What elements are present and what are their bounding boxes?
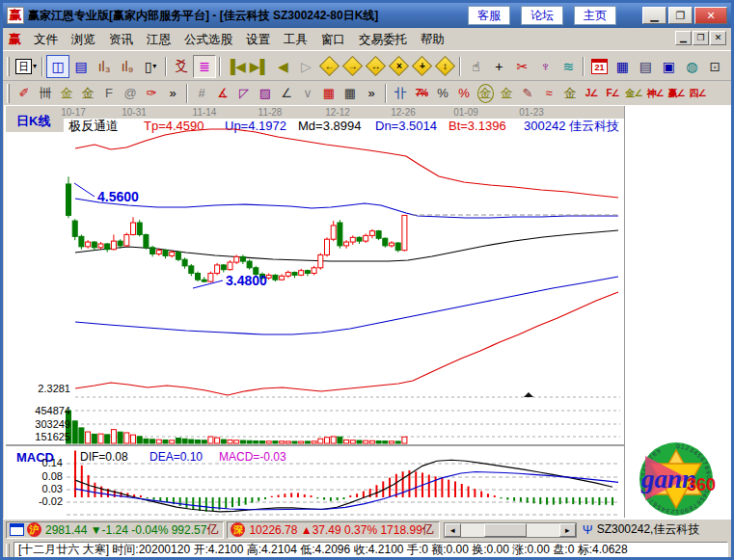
scroll-right-button[interactable]: ▸ [559,523,576,537]
grid-red-button[interactable]: ▦ [318,83,340,103]
minute-9-chart-button[interactable]: ıl₉ [116,55,139,78]
quote-list-button[interactable]: ▤ [69,55,93,78]
j-angle-button[interactable]: J∠ [581,83,602,103]
no-7pct-button[interactable]: 7% [411,83,432,103]
diamond-plus-button[interactable]: + [410,55,433,78]
grid-black-button[interactable]: ▦ [340,83,361,103]
trellis-button[interactable]: 卌 [35,83,56,103]
calendar-button[interactable]: 21 [587,55,611,78]
gold-gate2-button[interactable]: 金 [77,83,98,103]
notepad-button[interactable]: ▤ [634,55,657,78]
minute-3-chart-button[interactable]: ıl₃ [93,55,116,78]
shen-angle-button[interactable]: 神∠ [644,83,666,103]
menu-item-3[interactable]: 资讯 [102,30,140,49]
gann-fan-button[interactable]: ∡ [212,83,233,103]
measure-tool-button[interactable]: ✂ [510,55,533,78]
logo-text-360: 360 [687,475,716,494]
ying-angle-button[interactable]: 赢∠ [666,83,687,103]
calendar-icon[interactable] [10,523,24,536]
box-tool-button[interactable]: # [191,83,212,103]
crosshair-tool-button[interactable]: + [487,55,510,78]
gold-bold-icon: 金 [564,85,577,102]
fund-flow-button[interactable]: 爻 [170,55,193,78]
percent-button[interactable]: % [432,83,453,103]
menu-item-9[interactable]: 交易委托 [352,30,414,49]
close-button[interactable]: ✕ [694,7,727,24]
next-page-button[interactable]: ▷ [294,55,317,78]
fan-box2-button[interactable]: ▨ [255,83,276,103]
diamond-right-button[interactable]: → [340,55,364,78]
last-page-button[interactable]: ▶▌ [248,55,272,78]
save-button[interactable]: ▣ [657,55,680,78]
gold-gate1-button[interactable]: 金 [56,83,77,103]
diamond-left-button[interactable]: ← [317,55,340,78]
toolbar-grip[interactable] [7,84,10,103]
percent-lines-button[interactable]: % [453,83,475,103]
horizontal-scrollbar[interactable]: ◂ ▸ [444,522,577,538]
compare-bars-button[interactable]: 卝 [390,83,411,103]
fan-box1-button[interactable]: ◸ [233,83,255,103]
menu-item-8[interactable]: 窗口 [314,30,352,49]
trend-window-button[interactable]: ◫ [46,55,69,78]
main-toolbar: 日▾◫▤ıl₃ıl₉▯▾爻≣▐◀▶▌◀▷←→↔×+↕☝+✂♆≋21▦▤▣◍⊡ [3,52,731,80]
waves-button[interactable]: ≈ [538,83,559,103]
web-button[interactable]: ◍ [680,55,703,78]
svg-text:12-12: 12-12 [325,107,350,118]
f-angle-button[interactable]: F∠ [602,83,623,103]
menu-item-7[interactable]: 工具 [277,30,314,49]
gold-angle-button[interactable]: 金∠ [623,83,644,103]
diamond-vert-button[interactable]: ↕ [433,55,456,78]
v-tool-button[interactable]: ∨ [297,83,318,103]
gann-tool-button[interactable]: ♆ [533,55,557,78]
macd-tick-4: -0.02 [39,495,63,507]
kline-type-button[interactable]: 日▾ [14,55,39,78]
more-tools2-button[interactable]: » [361,83,382,103]
menu-item-2[interactable]: 浏览 [65,30,102,49]
scrollbar-thumb[interactable] [484,523,527,537]
menu-item-5[interactable]: 公式选股 [177,30,239,49]
menu-item-1[interactable]: 文件 [27,30,65,49]
gann-fan-icon: ∡ [217,86,229,100]
menu-item-6[interactable]: 设置 [239,30,277,49]
infobar-grip[interactable] [6,544,10,557]
menu-item-4[interactable]: 江恩 [140,30,177,49]
gold-lines-button[interactable]: 金 [496,83,517,103]
gold-circle-button[interactable]: 金 [475,83,496,103]
spiral-button[interactable]: @ [120,83,141,103]
kline-chart-canvas[interactable]: 10-1710-3111-1411-2812-1212-2601-0901-23… [3,105,734,519]
menu-item-10[interactable]: 帮助 [414,30,451,49]
draw-pen-button[interactable]: ✐ [14,83,35,103]
scroll-left-button[interactable]: ◂ [445,523,461,537]
forum-button[interactable]: 论坛 [521,6,563,25]
mdi-minimize-button[interactable]: ▁ [675,31,692,45]
homepage-button[interactable]: 主页 [574,6,616,25]
color-chart-button[interactable]: ≣ [193,55,216,78]
prev-page-button[interactable]: ◀ [271,55,294,78]
si-angle-button[interactable]: 四∠ [687,83,708,103]
first-page-button[interactable]: ▐◀ [224,55,248,78]
toolbar-grip[interactable] [7,57,10,76]
menu-bar: 赢 文件浏览资讯江恩公式选股设置工具窗口交易委托帮助 [3,28,731,51]
hand-tool-button[interactable]: ☝ [464,55,487,78]
minimize-button[interactable]: ▁ [642,7,666,24]
trellis-icon: 卌 [40,85,52,102]
gold-bold-button[interactable]: 金 [559,83,581,103]
mdi-restore-button[interactable]: ❐ [693,31,709,45]
box-tool-icon: # [198,86,204,100]
calendar-icon: 21 [591,59,608,74]
wave-tool-button[interactable]: ≋ [557,55,580,78]
pen2-button[interactable]: ✎ [517,83,538,103]
calculator-button[interactable]: ▦ [611,55,634,78]
capsule-tool-button[interactable]: ▯▾ [139,55,162,78]
customer-service-button[interactable]: 客服 [468,6,510,25]
diamond-x-button[interactable]: × [387,55,410,78]
pen-ruler-button[interactable]: ✑ [141,83,162,103]
f-gate-button[interactable]: F [98,83,120,103]
more-tools1-button[interactable]: » [162,83,183,103]
angle-tool-button[interactable]: ∠ [276,83,297,103]
title-bar[interactable]: 赢 赢家江恩专业版[赢家内部服务平台] - [佳云科技 SZ300242-80日… [3,3,731,28]
restore-button[interactable]: ❐ [668,7,693,24]
diamond-both-button[interactable]: ↔ [364,55,387,78]
computer-button[interactable]: ⊡ [703,55,726,78]
mdi-close-button[interactable]: ✕ [710,31,726,45]
